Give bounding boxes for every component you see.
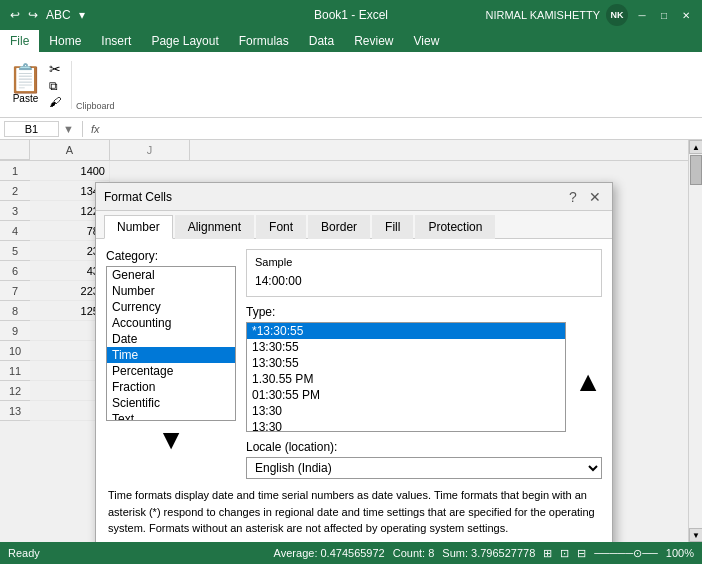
maximize-button[interactable]: □ xyxy=(656,7,672,23)
locale-select[interactable]: English (India) English (United States) … xyxy=(246,457,602,479)
minimize-button[interactable]: ─ xyxy=(634,7,650,23)
row-9[interactable]: 9 xyxy=(0,321,30,341)
dialog-tabs: Number Alignment Font Border Fill Protec… xyxy=(96,211,612,239)
format-cells-dialog: Format Cells ? ✕ Number Alignment Font B… xyxy=(95,182,613,564)
expand-icon[interactable]: ▼ xyxy=(63,123,74,135)
description-text: Time formats display date and time seria… xyxy=(106,487,602,537)
vertical-scrollbar[interactable]: ▲ ▼ xyxy=(688,140,702,542)
row-numbers: 1 2 3 4 5 6 7 8 9 10 11 12 13 xyxy=(0,161,30,421)
row-13[interactable]: 13 xyxy=(0,401,30,421)
sample-value: 14:00:00 xyxy=(255,272,593,290)
tab-protection[interactable]: Protection xyxy=(415,215,495,239)
name-box[interactable]: B1 xyxy=(4,121,59,137)
ribbon-tab-layout[interactable]: Page Layout xyxy=(141,30,228,52)
scroll-up-button[interactable]: ▲ xyxy=(689,140,702,154)
type-item-5[interactable]: 13:30 xyxy=(247,403,565,419)
copy-icon[interactable]: ⧉ xyxy=(49,79,61,93)
dialog-close-button[interactable]: ✕ xyxy=(586,188,604,206)
category-date[interactable]: Date xyxy=(107,331,235,347)
title-left: ↩ ↪ ABC ▾ xyxy=(8,8,87,22)
dialog-title: Format Cells xyxy=(104,190,172,204)
tab-border[interactable]: Border xyxy=(308,215,370,239)
dialog-help-button[interactable]: ? xyxy=(564,188,582,206)
row-8[interactable]: 8 xyxy=(0,301,30,321)
col-header-a[interactable]: A xyxy=(30,140,110,160)
tab-alignment[interactable]: Alignment xyxy=(175,215,254,239)
row-5[interactable]: 5 xyxy=(0,241,30,261)
status-count: Count: 8 xyxy=(393,547,435,559)
type-label: Type: xyxy=(246,305,602,319)
paste-button[interactable]: 📋 Paste xyxy=(8,65,43,104)
type-item-2[interactable]: 13:30:55 xyxy=(247,355,565,371)
row-11[interactable]: 11 xyxy=(0,361,30,381)
undo-button[interactable]: ↩ xyxy=(8,8,22,22)
category-number[interactable]: Number xyxy=(107,283,235,299)
type-list[interactable]: *13:30:55 13:30:55 13:30:55 1.30.55 PM 0… xyxy=(246,322,566,432)
category-fraction[interactable]: Fraction xyxy=(107,379,235,395)
status-average: Average: 0.474565972 xyxy=(274,547,385,559)
cut-icon[interactable]: ✂ xyxy=(49,61,61,77)
ribbon-tab-formulas[interactable]: Formulas xyxy=(229,30,299,52)
category-scientific[interactable]: Scientific xyxy=(107,395,235,411)
row-3[interactable]: 3 xyxy=(0,201,30,221)
customize-button[interactable]: ▾ xyxy=(77,8,87,22)
up-arrow-icon: ▲ xyxy=(574,368,602,396)
tab-font[interactable]: Font xyxy=(256,215,306,239)
ribbon-tab-view[interactable]: View xyxy=(404,30,450,52)
category-currency[interactable]: Currency xyxy=(107,299,235,315)
row-7[interactable]: 7 xyxy=(0,281,30,301)
category-accounting[interactable]: Accounting xyxy=(107,315,235,331)
ribbon-tab-insert[interactable]: Insert xyxy=(91,30,141,52)
view-normal-icon[interactable]: ⊞ xyxy=(543,547,552,560)
title-right: NIRMAL KAMISHETTY NK ─ □ ✕ xyxy=(486,4,695,26)
category-text[interactable]: Text xyxy=(107,411,235,421)
type-item-6[interactable]: 13:30 xyxy=(247,419,565,432)
redo-button[interactable]: ↪ xyxy=(26,8,40,22)
scroll-down-button[interactable]: ▼ xyxy=(689,528,702,542)
close-button[interactable]: ✕ xyxy=(678,7,694,23)
type-item-0[interactable]: *13:30:55 xyxy=(247,323,565,339)
scroll-thumb[interactable] xyxy=(690,155,702,185)
type-item-3[interactable]: 1.30.55 PM xyxy=(247,371,565,387)
ribbon-tab-home[interactable]: Home xyxy=(39,30,91,52)
row-6[interactable]: 6 xyxy=(0,261,30,281)
status-bar: Ready Average: 0.474565972 Count: 8 Sum:… xyxy=(0,542,702,564)
type-item-1[interactable]: 13:30:55 xyxy=(247,339,565,355)
corner-cell xyxy=(0,140,30,160)
zoom-slider[interactable]: ─────⊙── xyxy=(594,547,658,560)
down-arrow-icon: ▼ xyxy=(157,426,185,454)
row-1[interactable]: 1 xyxy=(0,161,30,181)
category-time[interactable]: Time xyxy=(107,347,235,363)
view-page-icon[interactable]: ⊟ xyxy=(577,547,586,560)
data-row-1: 1400 xyxy=(30,161,688,181)
zoom-level: 100% xyxy=(666,547,694,559)
scroll-track xyxy=(689,154,702,528)
cell-a1[interactable]: 1400 xyxy=(30,161,110,181)
ribbon-tab-data[interactable]: Data xyxy=(299,30,344,52)
window-title: Book1 - Excel xyxy=(314,8,388,22)
ribbon-tab-review[interactable]: Review xyxy=(344,30,403,52)
category-section: Category: General Number Currency Accoun… xyxy=(106,249,236,479)
type-item-4[interactable]: 01:30:55 PM xyxy=(247,387,565,403)
ribbon-tabs: File Home Insert Page Layout Formulas Da… xyxy=(0,30,702,52)
view-layout-icon[interactable]: ⊡ xyxy=(560,547,569,560)
category-arrows: ▼ xyxy=(106,426,236,454)
col-header-j[interactable]: J xyxy=(110,140,190,160)
user-avatar: NK xyxy=(606,4,628,26)
category-general[interactable]: General xyxy=(107,267,235,283)
spelling-button[interactable]: ABC xyxy=(44,8,73,22)
sample-label: Sample xyxy=(255,256,593,268)
tab-number[interactable]: Number xyxy=(104,215,173,239)
category-list[interactable]: General Number Currency Accounting Date … xyxy=(106,266,236,421)
ribbon-tab-file[interactable]: File xyxy=(0,30,39,52)
format-painter-icon[interactable]: 🖌 xyxy=(49,95,61,109)
tab-fill[interactable]: Fill xyxy=(372,215,413,239)
row-4[interactable]: 4 xyxy=(0,221,30,241)
row-10[interactable]: 10 xyxy=(0,341,30,361)
category-label: Category: xyxy=(106,249,236,263)
category-percentage[interactable]: Percentage xyxy=(107,363,235,379)
dialog-controls: ? ✕ xyxy=(564,188,604,206)
row-12[interactable]: 12 xyxy=(0,381,30,401)
paste-icon: 📋 xyxy=(8,65,43,93)
row-2[interactable]: 2 xyxy=(0,181,30,201)
